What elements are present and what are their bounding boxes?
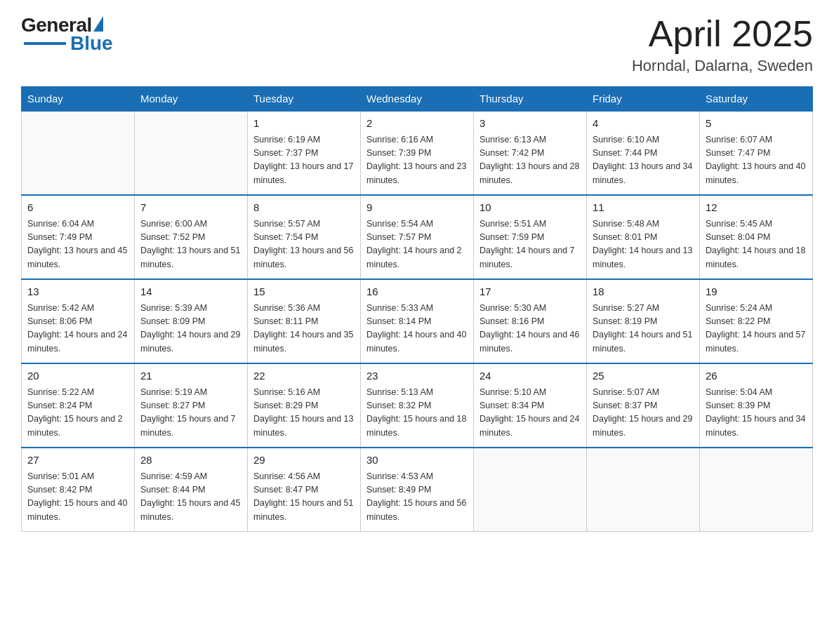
day-cell-20: 20Sunrise: 5:22 AMSunset: 8:24 PMDayligh…	[22, 363, 135, 448]
day-cell-21: 21Sunrise: 5:19 AMSunset: 8:27 PMDayligh…	[135, 363, 248, 448]
day-info: Sunrise: 4:53 AMSunset: 8:49 PMDaylight:…	[366, 470, 468, 525]
day-number: 6	[27, 200, 128, 216]
day-number: 1	[253, 116, 355, 132]
day-cell-25: 25Sunrise: 5:07 AMSunset: 8:37 PMDayligh…	[587, 363, 700, 448]
day-info: Sunrise: 5:39 AMSunset: 8:09 PMDaylight:…	[140, 302, 241, 356]
day-cell-2: 2Sunrise: 6:16 AMSunset: 7:39 PMDaylight…	[361, 111, 474, 195]
week-row-1: 1Sunrise: 6:19 AMSunset: 7:37 PMDaylight…	[22, 111, 813, 195]
day-cell-11: 11Sunrise: 5:48 AMSunset: 8:01 PMDayligh…	[587, 195, 700, 279]
day-cell-5: 5Sunrise: 6:07 AMSunset: 7:47 PMDaylight…	[700, 111, 813, 195]
day-info: Sunrise: 5:33 AMSunset: 8:14 PMDaylight:…	[366, 302, 468, 356]
day-number: 22	[253, 368, 355, 384]
weekday-header-tuesday: Tuesday	[248, 87, 361, 112]
day-cell-17: 17Sunrise: 5:30 AMSunset: 8:16 PMDayligh…	[474, 279, 587, 363]
day-number: 20	[27, 368, 128, 384]
calendar-table: SundayMondayTuesdayWednesdayThursdayFrid…	[21, 86, 813, 532]
day-number: 7	[140, 200, 241, 216]
day-cell-3: 3Sunrise: 6:13 AMSunset: 7:42 PMDaylight…	[474, 111, 587, 195]
day-info: Sunrise: 5:42 AMSunset: 8:06 PMDaylight:…	[27, 302, 128, 356]
day-number: 3	[479, 116, 581, 132]
weekday-header-row: SundayMondayTuesdayWednesdayThursdayFrid…	[22, 87, 813, 112]
day-number: 16	[366, 284, 468, 300]
day-info: Sunrise: 5:27 AMSunset: 8:19 PMDaylight:…	[593, 302, 694, 356]
day-number: 10	[479, 200, 581, 216]
day-info: Sunrise: 6:04 AMSunset: 7:49 PMDaylight:…	[27, 217, 128, 272]
day-info: Sunrise: 5:07 AMSunset: 8:37 PMDaylight:…	[593, 386, 694, 441]
logo-triangle-icon	[93, 16, 103, 32]
day-info: Sunrise: 5:19 AMSunset: 8:27 PMDaylight:…	[140, 386, 241, 441]
empty-cell	[587, 448, 700, 532]
location-label: Horndal, Dalarna, Sweden	[632, 57, 813, 75]
day-cell-12: 12Sunrise: 5:45 AMSunset: 8:04 PMDayligh…	[700, 195, 813, 279]
day-info: Sunrise: 5:01 AMSunset: 8:42 PMDaylight:…	[27, 470, 128, 525]
day-info: Sunrise: 5:13 AMSunset: 8:32 PMDaylight:…	[366, 386, 468, 441]
day-info: Sunrise: 5:24 AMSunset: 8:22 PMDaylight:…	[706, 302, 807, 356]
empty-cell	[474, 448, 587, 532]
day-cell-22: 22Sunrise: 5:16 AMSunset: 8:29 PMDayligh…	[248, 363, 361, 448]
day-info: Sunrise: 6:16 AMSunset: 7:39 PMDaylight:…	[366, 133, 468, 188]
day-info: Sunrise: 5:54 AMSunset: 7:57 PMDaylight:…	[366, 217, 468, 272]
day-cell-30: 30Sunrise: 4:53 AMSunset: 8:49 PMDayligh…	[361, 448, 474, 532]
day-cell-4: 4Sunrise: 6:10 AMSunset: 7:44 PMDaylight…	[587, 111, 700, 195]
day-cell-26: 26Sunrise: 5:04 AMSunset: 8:39 PMDayligh…	[700, 363, 813, 448]
day-cell-16: 16Sunrise: 5:33 AMSunset: 8:14 PMDayligh…	[361, 279, 474, 363]
weekday-header-saturday: Saturday	[700, 87, 813, 112]
weekday-header-monday: Monday	[135, 87, 248, 112]
day-number: 14	[140, 284, 241, 300]
day-cell-27: 27Sunrise: 5:01 AMSunset: 8:42 PMDayligh…	[22, 448, 135, 532]
day-cell-8: 8Sunrise: 5:57 AMSunset: 7:54 PMDaylight…	[248, 195, 361, 279]
day-number: 5	[706, 116, 807, 132]
empty-cell	[700, 448, 813, 532]
day-info: Sunrise: 5:45 AMSunset: 8:04 PMDaylight:…	[706, 217, 807, 272]
day-info: Sunrise: 4:56 AMSunset: 8:47 PMDaylight:…	[253, 470, 355, 525]
empty-cell	[135, 111, 248, 195]
day-number: 15	[253, 284, 355, 300]
day-info: Sunrise: 6:10 AMSunset: 7:44 PMDaylight:…	[593, 133, 694, 188]
day-info: Sunrise: 5:30 AMSunset: 8:16 PMDaylight:…	[479, 302, 581, 356]
day-cell-13: 13Sunrise: 5:42 AMSunset: 8:06 PMDayligh…	[22, 279, 135, 363]
day-number: 11	[593, 200, 694, 216]
day-number: 24	[479, 368, 581, 384]
day-number: 27	[27, 452, 128, 469]
logo-bar	[24, 42, 66, 45]
day-info: Sunrise: 5:51 AMSunset: 7:59 PMDaylight:…	[479, 217, 581, 272]
day-info: Sunrise: 6:19 AMSunset: 7:37 PMDaylight:…	[253, 133, 355, 188]
weekday-header-sunday: Sunday	[22, 87, 135, 112]
day-info: Sunrise: 6:07 AMSunset: 7:47 PMDaylight:…	[706, 133, 807, 188]
weekday-header-friday: Friday	[587, 87, 700, 112]
day-number: 2	[366, 116, 468, 132]
day-cell-9: 9Sunrise: 5:54 AMSunset: 7:57 PMDaylight…	[361, 195, 474, 279]
day-number: 23	[366, 368, 468, 384]
week-row-5: 27Sunrise: 5:01 AMSunset: 8:42 PMDayligh…	[22, 448, 813, 532]
day-info: Sunrise: 5:48 AMSunset: 8:01 PMDaylight:…	[593, 217, 694, 272]
day-number: 18	[593, 284, 694, 300]
day-number: 28	[140, 452, 241, 469]
day-number: 25	[593, 368, 694, 384]
day-info: Sunrise: 5:16 AMSunset: 8:29 PMDaylight:…	[253, 386, 355, 441]
day-cell-7: 7Sunrise: 6:00 AMSunset: 7:52 PMDaylight…	[135, 195, 248, 279]
day-number: 4	[593, 116, 694, 132]
day-number: 17	[479, 284, 581, 300]
day-cell-14: 14Sunrise: 5:39 AMSunset: 8:09 PMDayligh…	[135, 279, 248, 363]
day-cell-6: 6Sunrise: 6:04 AMSunset: 7:49 PMDaylight…	[22, 195, 135, 279]
week-row-4: 20Sunrise: 5:22 AMSunset: 8:24 PMDayligh…	[22, 363, 813, 448]
title-block: April 2025 Horndal, Dalarna, Sweden	[632, 14, 813, 75]
week-row-2: 6Sunrise: 6:04 AMSunset: 7:49 PMDaylight…	[22, 195, 813, 279]
week-row-3: 13Sunrise: 5:42 AMSunset: 8:06 PMDayligh…	[22, 279, 813, 363]
day-cell-29: 29Sunrise: 4:56 AMSunset: 8:47 PMDayligh…	[248, 448, 361, 532]
day-cell-1: 1Sunrise: 6:19 AMSunset: 7:37 PMDaylight…	[248, 111, 361, 195]
day-info: Sunrise: 5:10 AMSunset: 8:34 PMDaylight:…	[479, 386, 581, 441]
empty-cell	[22, 111, 135, 195]
day-number: 13	[27, 284, 128, 300]
day-info: Sunrise: 5:36 AMSunset: 8:11 PMDaylight:…	[253, 302, 355, 356]
logo-blue-text: Blue	[70, 32, 113, 55]
day-info: Sunrise: 5:04 AMSunset: 8:39 PMDaylight:…	[706, 386, 807, 441]
logo: General Blue	[21, 14, 113, 55]
day-cell-28: 28Sunrise: 4:59 AMSunset: 8:44 PMDayligh…	[135, 448, 248, 532]
weekday-header-wednesday: Wednesday	[361, 87, 474, 112]
day-number: 29	[253, 452, 355, 469]
day-info: Sunrise: 6:00 AMSunset: 7:52 PMDaylight:…	[140, 217, 241, 272]
day-number: 8	[253, 200, 355, 216]
day-cell-23: 23Sunrise: 5:13 AMSunset: 8:32 PMDayligh…	[361, 363, 474, 448]
day-number: 26	[706, 368, 807, 384]
